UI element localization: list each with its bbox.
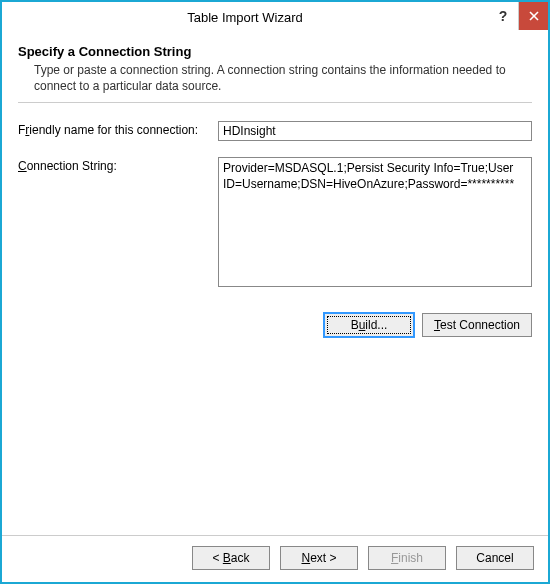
title-bar: Table Import Wizard ? — [2, 2, 548, 32]
wizard-content: Specify a Connection String Type or past… — [2, 32, 548, 535]
wizard-window: Table Import Wizard ? Specify a Connecti… — [0, 0, 550, 584]
window-controls: ? — [488, 2, 548, 32]
connection-string-row: Connection String: — [18, 157, 532, 287]
friendly-name-input[interactable] — [218, 121, 532, 141]
friendly-name-label: Friendly name for this connection: — [18, 121, 218, 137]
friendly-name-row: Friendly name for this connection: — [18, 121, 532, 141]
divider — [18, 102, 532, 103]
page-subheading: Type or paste a connection string. A con… — [34, 63, 532, 94]
next-button[interactable]: Next > — [280, 546, 358, 570]
window-title: Table Import Wizard — [2, 10, 488, 25]
spacer — [18, 337, 532, 535]
cancel-button[interactable]: Cancel — [456, 546, 534, 570]
close-button[interactable] — [518, 2, 548, 30]
secondary-button-row: Build... Test Connection — [18, 313, 532, 337]
wizard-footer: < Back Next > Finish Cancel — [2, 535, 548, 582]
back-button[interactable]: < Back — [192, 546, 270, 570]
build-button[interactable]: Build... — [324, 313, 414, 337]
finish-button[interactable]: Finish — [368, 546, 446, 570]
help-button[interactable]: ? — [488, 2, 518, 30]
test-connection-button[interactable]: Test Connection — [422, 313, 532, 337]
close-icon — [529, 11, 539, 21]
page-heading: Specify a Connection String — [18, 44, 532, 59]
connection-string-label: Connection String: — [18, 157, 218, 173]
connection-string-input[interactable] — [218, 157, 532, 287]
